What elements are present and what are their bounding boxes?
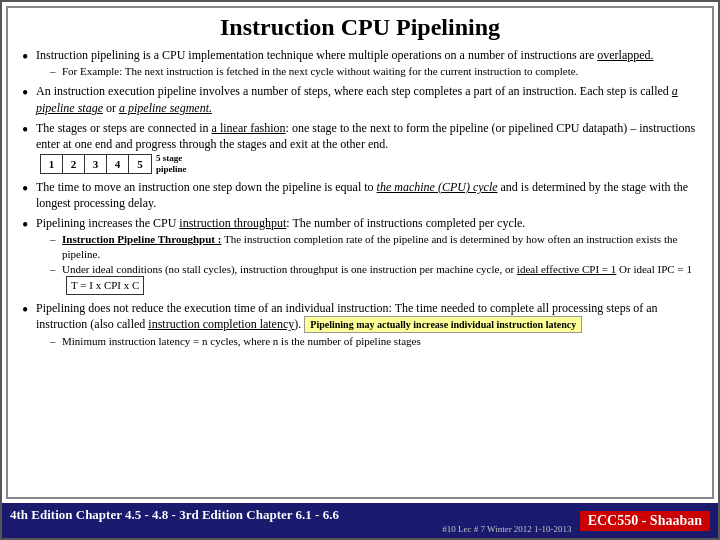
stage-3: 3 bbox=[85, 155, 107, 173]
text: The stages or steps are connected in a l… bbox=[36, 121, 695, 151]
slide-container: Instruction CPU Pipelining • Instruction… bbox=[0, 0, 720, 540]
bullet-icon: • bbox=[22, 216, 36, 234]
underline-text: a linear fashion bbox=[212, 121, 286, 135]
underline-text: overlapped. bbox=[597, 48, 653, 62]
bullet-icon: • bbox=[22, 301, 36, 319]
italic-text2: a pipeline segment. bbox=[119, 101, 212, 115]
text: The time to move an instruction one step… bbox=[36, 180, 688, 210]
main-content: Instruction CPU Pipelining • Instruction… bbox=[6, 6, 714, 499]
bullet-icon: • bbox=[22, 121, 36, 139]
item-content: The time to move an instruction one step… bbox=[36, 179, 698, 211]
list-item: • Instruction pipelining is a CPU implem… bbox=[22, 47, 698, 79]
list-item: • Pipelining does not reduce the executi… bbox=[22, 300, 698, 350]
stage-5: 5 bbox=[129, 155, 151, 173]
text: Instruction pipelining is a CPU implemen… bbox=[36, 48, 654, 62]
sub-list: For Example: The next instruction is fet… bbox=[36, 64, 698, 78]
sub-item: Minimum instruction latency = n cycles, … bbox=[50, 334, 698, 348]
underline-text: instruction completion latency bbox=[148, 317, 294, 331]
italic-underline-text: the machine (CPU) cycle bbox=[377, 180, 498, 194]
formula-underline: ideal effective CPI = 1 bbox=[517, 263, 616, 275]
text: Pipelining does not reduce the execution… bbox=[36, 301, 658, 331]
sub-item: Under ideal conditions (no stall cycles)… bbox=[50, 262, 698, 295]
sub-item: Instruction Pipeline Throughput : The in… bbox=[50, 232, 698, 261]
stage-4: 4 bbox=[107, 155, 129, 173]
text: Pipelining increases the CPU instruction… bbox=[36, 216, 525, 230]
bullet-list: • Instruction pipelining is a CPU implem… bbox=[22, 47, 698, 350]
bullet-icon: • bbox=[22, 84, 36, 102]
slide-title: Instruction CPU Pipelining bbox=[22, 14, 698, 41]
footer-sub: #10 Lec # 7 Winter 2012 1-10-2013 bbox=[10, 524, 572, 534]
item-content: Instruction pipelining is a CPU implemen… bbox=[36, 47, 698, 79]
item-content: An instruction execution pipeline involv… bbox=[36, 83, 698, 115]
stage-1: 1 bbox=[41, 155, 63, 173]
item-content: Pipelining does not reduce the execution… bbox=[36, 300, 698, 350]
stage-2: 2 bbox=[63, 155, 85, 173]
list-item: • Pipelining increases the CPU instructi… bbox=[22, 215, 698, 295]
sub-item: For Example: The next instruction is fet… bbox=[50, 64, 698, 78]
item-content: The stages or steps are connected in a l… bbox=[36, 120, 698, 175]
sub-list: Minimum instruction latency = n cycles, … bbox=[36, 334, 698, 348]
formula-box: T = I x CPI x C bbox=[66, 276, 144, 294]
text: An instruction execution pipeline involv… bbox=[36, 84, 678, 114]
list-item: • The time to move an instruction one st… bbox=[22, 179, 698, 211]
item-content: Pipelining increases the CPU instruction… bbox=[36, 215, 698, 295]
list-item: • The stages or steps are connected in a… bbox=[22, 120, 698, 175]
yellow-notice: Pipelining may actually increase individ… bbox=[304, 316, 582, 334]
footer-edition-text: 4th Edition Chapter 4.5 - 4.8 - 3rd Edit… bbox=[10, 507, 572, 523]
footer-left: 4th Edition Chapter 4.5 - 4.8 - 3rd Edit… bbox=[10, 507, 572, 534]
sub-list: Instruction Pipeline Throughput : The in… bbox=[36, 232, 698, 294]
sub-underline: Instruction Pipeline Throughput : bbox=[62, 233, 221, 245]
pipeline-row: 1 2 3 4 5 5 stagepipeline bbox=[36, 153, 698, 175]
list-item: • An instruction execution pipeline invo… bbox=[22, 83, 698, 115]
pipeline-stages: 1 2 3 4 5 bbox=[40, 154, 152, 174]
footer: 4th Edition Chapter 4.5 - 4.8 - 3rd Edit… bbox=[2, 503, 718, 538]
bullet-icon: • bbox=[22, 180, 36, 198]
underline-text: instruction throughput bbox=[179, 216, 286, 230]
footer-course: ECC550 - Shaaban bbox=[580, 511, 710, 531]
pipeline-label: 5 stagepipeline bbox=[156, 153, 187, 175]
bullet-icon: • bbox=[22, 48, 36, 66]
